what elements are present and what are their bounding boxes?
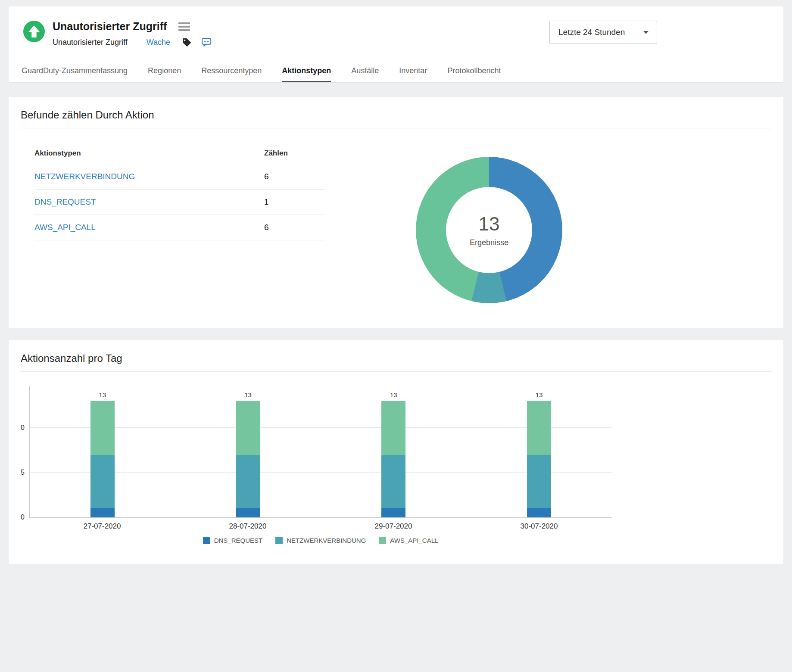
y-axis-tick: 5 (21, 469, 25, 476)
stacked-bar[interactable] (236, 401, 260, 517)
table-row: AWS_API_CALL6 (34, 215, 325, 240)
comment-icon[interactable] (202, 38, 212, 47)
donut-total-value: 13 (479, 213, 500, 235)
bar-segment-dns-request[interactable] (90, 508, 115, 517)
bar-segment-dns-request[interactable] (236, 508, 260, 517)
table-header-row: Aktionstypen Zählen (34, 149, 325, 164)
action-count: 1 (264, 190, 325, 215)
bar-plot: 13131313 050 (29, 386, 612, 518)
bar-total-label: 13 (536, 391, 543, 398)
bar-group: 13 (466, 386, 612, 517)
bar-total-label: 13 (390, 391, 397, 398)
bar-group: 13 (321, 386, 467, 517)
wache-link[interactable]: Wache (147, 38, 170, 47)
stacked-bar[interactable] (90, 401, 115, 517)
daily-card-title: Aktionsanzahl pro Tag (21, 352, 772, 364)
findings-table: Aktionstypen Zählen NETZWERKVERBINDUNG6D… (34, 149, 325, 303)
header-card: Unautorisierter Zugriff Unautorisierter … (9, 6, 783, 83)
legend-item-aws-api-call: AWS_API_CALL (379, 537, 438, 544)
y-axis-tick: 0 (21, 424, 25, 431)
bar-segment-aws-api-call[interactable] (381, 401, 405, 455)
x-axis-label: 30-07-2020 (466, 522, 612, 531)
severity-up-icon (23, 21, 45, 42)
tab-ausfaelle[interactable]: Ausfälle (351, 66, 379, 82)
x-axis-label: 28-07-2020 (175, 522, 321, 531)
bar-segment-netzwerkverbindung[interactable] (381, 455, 405, 509)
x-axis-label: 29-07-2020 (321, 522, 466, 531)
findings-table-body: NETZWERKVERBINDUNG6DNS_REQUEST1AWS_API_C… (34, 164, 325, 240)
action-count: 6 (264, 164, 325, 190)
bar-segment-aws-api-call[interactable] (236, 401, 260, 455)
page-subtitle: Unautorisierter Zugriff (53, 38, 128, 47)
legend-swatch (379, 537, 386, 544)
column-header-zaehlen: Zählen (264, 149, 325, 164)
bar-chart: 13131313 050 27-07-202028-07-202029-07-2… (29, 386, 612, 544)
menu-icon[interactable] (178, 22, 190, 31)
bar-groups: 13131313 (30, 386, 612, 517)
bar-group: 13 (30, 386, 175, 517)
legend-label: AWS_API_CALL (390, 537, 438, 544)
chart-legend: DNS_REQUESTNETZWERKVERBINDUNGAWS_API_CAL… (29, 537, 612, 544)
tab-ressourcentypen[interactable]: Ressourcentypen (201, 66, 262, 82)
tag-icon[interactable] (182, 38, 191, 47)
divider (20, 371, 772, 372)
header-top: Unautorisierter Zugriff Unautorisierter … (9, 6, 783, 47)
chevron-down-icon (643, 31, 649, 34)
tab-bar: GuardDuty-ZusammenfassungRegionenRessour… (9, 66, 783, 83)
title-block: Unautorisierter Zugriff Unautorisierter … (53, 21, 212, 47)
action-type-link[interactable]: DNS_REQUEST (34, 197, 96, 206)
tab-inventar[interactable]: Inventar (399, 66, 427, 82)
bar-segment-dns-request[interactable] (527, 508, 551, 517)
stacked-bar[interactable] (527, 401, 551, 517)
tab-regionen[interactable]: Regionen (148, 66, 181, 82)
findings-card: Befunde zählen Durch Aktion Aktionstypen… (9, 97, 783, 328)
tab-guardduty-zusammenfassung[interactable]: GuardDuty-Zusammenfassung (22, 66, 128, 82)
column-header-aktionstypen: Aktionstypen (34, 149, 264, 164)
legend-swatch (275, 537, 283, 544)
tab-aktionstypen[interactable]: Aktionstypen (282, 66, 331, 82)
legend-label: NETZWERKVERBINDUNG (287, 537, 366, 544)
table-row: NETZWERKVERBINDUNG6 (34, 164, 325, 190)
legend-item-netzwerkverbindung: NETZWERKVERBINDUNG (275, 537, 366, 544)
bar-total-label: 13 (99, 391, 106, 398)
bar-segment-aws-api-call[interactable] (90, 401, 115, 455)
action-count: 6 (264, 215, 325, 240)
page-title: Unautorisierter Zugriff (53, 21, 167, 33)
bar-segment-netzwerkverbindung[interactable] (236, 455, 260, 509)
tab-protokollbericht[interactable]: Protokollbericht (447, 66, 501, 82)
donut-center: 13 Ergebnisse (446, 187, 532, 273)
table-row: DNS_REQUEST1 (34, 190, 325, 215)
y-axis-tick: 0 (21, 514, 25, 521)
divider (20, 128, 772, 128)
action-type-link[interactable]: NETZWERKVERBINDUNG (34, 172, 135, 181)
bar-group: 13 (175, 386, 321, 517)
bar-segment-dns-request[interactable] (381, 508, 405, 517)
legend-swatch (203, 537, 210, 544)
bar-total-label: 13 (244, 391, 252, 398)
x-axis-labels: 27-07-202028-07-202029-07-202030-07-2020 (29, 522, 612, 531)
donut-chart-wrap: 13 Ergebnisse (416, 157, 562, 303)
bar-segment-netzwerkverbindung[interactable] (90, 455, 115, 509)
legend-label: DNS_REQUEST (214, 537, 263, 544)
bar-segment-netzwerkverbindung[interactable] (527, 455, 551, 509)
daily-actions-card: Aktionsanzahl pro Tag 13131313 050 27-07… (9, 340, 783, 564)
action-type-link[interactable]: AWS_API_CALL (34, 223, 96, 232)
legend-item-dns-request: DNS_REQUEST (203, 537, 263, 544)
findings-card-title: Befunde zählen Durch Aktion (21, 109, 772, 121)
bar-segment-aws-api-call[interactable] (527, 401, 551, 455)
x-axis-label: 27-07-2020 (29, 522, 175, 531)
stacked-bar[interactable] (381, 401, 405, 517)
time-range-select[interactable]: Letzte 24 Stunden (549, 21, 657, 44)
donut-total-label: Ergebnisse (470, 238, 508, 247)
time-range-value: Letzte 24 Stunden (558, 28, 625, 37)
